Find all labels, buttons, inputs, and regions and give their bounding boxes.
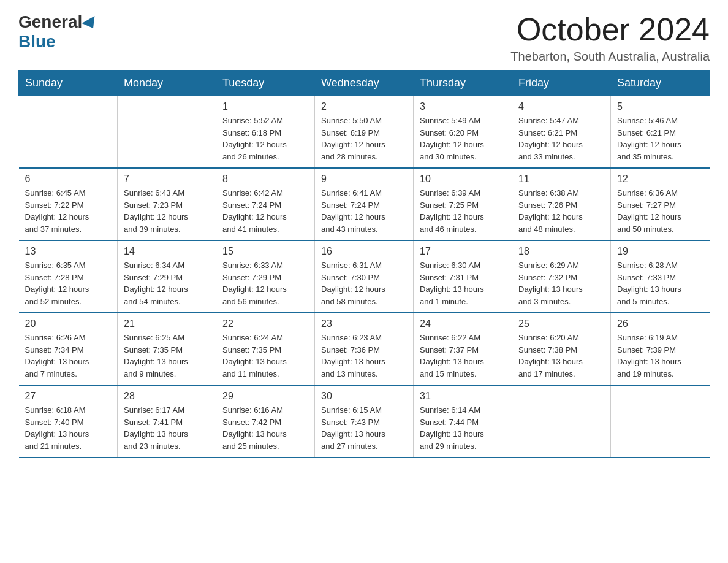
day-number: 5 [617,101,703,112]
weekday-header-row: SundayMondayTuesdayWednesdayThursdayFrid… [19,71,710,96]
calendar-cell: 20Sunrise: 6:26 AMSunset: 7:34 PMDayligh… [19,313,118,385]
day-info: Sunrise: 6:18 AMSunset: 7:40 PMDaylight:… [25,404,112,452]
day-info: Sunrise: 6:28 AMSunset: 7:33 PMDaylight:… [617,259,703,307]
day-info: Sunrise: 5:49 AMSunset: 6:20 PMDaylight:… [420,115,506,163]
day-number: 2 [321,101,407,112]
day-number: 15 [222,246,308,257]
day-number: 23 [321,318,407,329]
weekday-header-saturday: Saturday [611,71,710,96]
day-info: Sunrise: 6:23 AMSunset: 7:36 PMDaylight:… [321,332,407,380]
calendar-table: SundayMondayTuesdayWednesdayThursdayFrid… [18,70,710,458]
day-number: 9 [321,174,407,185]
day-number: 20 [25,318,112,329]
day-number: 21 [124,318,210,329]
calendar-cell: 4Sunrise: 5:47 AMSunset: 6:21 PMDaylight… [512,96,611,169]
calendar-cell [19,96,118,169]
title-section: October 2024 Thebarton, South Australia,… [510,12,710,64]
calendar-cell: 15Sunrise: 6:33 AMSunset: 7:29 PMDayligh… [216,240,315,313]
day-info: Sunrise: 6:34 AMSunset: 7:29 PMDaylight:… [124,259,210,307]
weekday-header-wednesday: Wednesday [315,71,414,96]
calendar-cell: 9Sunrise: 6:41 AMSunset: 7:24 PMDaylight… [315,168,414,240]
day-info: Sunrise: 6:30 AMSunset: 7:31 PMDaylight:… [420,259,506,307]
day-number: 19 [617,246,703,257]
calendar-cell: 31Sunrise: 6:14 AMSunset: 7:44 PMDayligh… [414,385,512,458]
logo-blue-text: Blue [18,32,56,51]
calendar-cell: 16Sunrise: 6:31 AMSunset: 7:30 PMDayligh… [315,240,414,313]
day-info: Sunrise: 6:29 AMSunset: 7:32 PMDaylight:… [518,259,604,307]
day-number: 8 [222,174,308,185]
calendar-cell: 3Sunrise: 5:49 AMSunset: 6:20 PMDaylight… [414,96,512,169]
day-info: Sunrise: 6:41 AMSunset: 7:24 PMDaylight:… [321,187,407,235]
day-info: Sunrise: 6:35 AMSunset: 7:28 PMDaylight:… [25,259,112,307]
day-number: 31 [420,391,506,402]
day-info: Sunrise: 5:47 AMSunset: 6:21 PMDaylight:… [518,115,604,163]
day-number: 12 [617,174,703,185]
calendar-cell: 5Sunrise: 5:46 AMSunset: 6:21 PMDaylight… [611,96,710,169]
calendar-cell: 2Sunrise: 5:50 AMSunset: 6:19 PMDaylight… [315,96,414,169]
day-info: Sunrise: 6:17 AMSunset: 7:41 PMDaylight:… [124,404,210,452]
day-number: 1 [222,101,308,112]
day-info: Sunrise: 6:25 AMSunset: 7:35 PMDaylight:… [124,332,210,380]
day-info: Sunrise: 6:39 AMSunset: 7:25 PMDaylight:… [420,187,506,235]
day-number: 13 [25,246,112,257]
calendar-cell: 12Sunrise: 6:36 AMSunset: 7:27 PMDayligh… [611,168,710,240]
logo: General Blue [18,12,99,52]
month-year-title: October 2024 [510,12,710,47]
day-info: Sunrise: 6:36 AMSunset: 7:27 PMDaylight:… [617,187,703,235]
calendar-cell: 19Sunrise: 6:28 AMSunset: 7:33 PMDayligh… [611,240,710,313]
day-number: 7 [124,174,210,185]
day-number: 4 [518,101,604,112]
location-subtitle: Thebarton, South Australia, Australia [510,50,710,64]
calendar-cell: 11Sunrise: 6:38 AMSunset: 7:26 PMDayligh… [512,168,611,240]
calendar-cell: 28Sunrise: 6:17 AMSunset: 7:41 PMDayligh… [118,385,216,458]
day-number: 24 [420,318,506,329]
day-info: Sunrise: 6:42 AMSunset: 7:24 PMDaylight:… [222,187,308,235]
day-info: Sunrise: 6:20 AMSunset: 7:38 PMDaylight:… [518,332,604,380]
day-info: Sunrise: 5:52 AMSunset: 6:18 PMDaylight:… [222,115,308,163]
day-number: 22 [222,318,308,329]
calendar-cell: 8Sunrise: 6:42 AMSunset: 7:24 PMDaylight… [216,168,315,240]
day-number: 29 [222,391,308,402]
calendar-cell: 22Sunrise: 6:24 AMSunset: 7:35 PMDayligh… [216,313,315,385]
day-info: Sunrise: 6:33 AMSunset: 7:29 PMDaylight:… [222,259,308,307]
day-info: Sunrise: 6:26 AMSunset: 7:34 PMDaylight:… [25,332,112,380]
day-number: 30 [321,391,407,402]
calendar-cell: 17Sunrise: 6:30 AMSunset: 7:31 PMDayligh… [414,240,512,313]
day-info: Sunrise: 6:22 AMSunset: 7:37 PMDaylight:… [420,332,506,380]
day-number: 16 [321,246,407,257]
logo-arrow-icon [82,16,100,32]
day-number: 10 [420,174,506,185]
week-row-1: 1Sunrise: 5:52 AMSunset: 6:18 PMDaylight… [19,96,710,169]
day-number: 11 [518,174,604,185]
calendar-cell [611,385,710,458]
page-header: General Blue October 2024 Thebarton, Sou… [18,12,710,64]
day-info: Sunrise: 6:38 AMSunset: 7:26 PMDaylight:… [518,187,604,235]
calendar-cell: 25Sunrise: 6:20 AMSunset: 7:38 PMDayligh… [512,313,611,385]
week-row-2: 6Sunrise: 6:45 AMSunset: 7:22 PMDaylight… [19,168,710,240]
day-info: Sunrise: 6:16 AMSunset: 7:42 PMDaylight:… [222,404,308,452]
day-info: Sunrise: 6:24 AMSunset: 7:35 PMDaylight:… [222,332,308,380]
week-row-4: 20Sunrise: 6:26 AMSunset: 7:34 PMDayligh… [19,313,710,385]
calendar-cell: 14Sunrise: 6:34 AMSunset: 7:29 PMDayligh… [118,240,216,313]
calendar-cell: 10Sunrise: 6:39 AMSunset: 7:25 PMDayligh… [414,168,512,240]
day-number: 3 [420,101,506,112]
day-number: 17 [420,246,506,257]
day-number: 26 [617,318,703,329]
calendar-cell: 27Sunrise: 6:18 AMSunset: 7:40 PMDayligh… [19,385,118,458]
day-number: 25 [518,318,604,329]
day-number: 6 [25,174,112,185]
calendar-cell [118,96,216,169]
weekday-header-thursday: Thursday [414,71,512,96]
day-number: 18 [518,246,604,257]
day-number: 14 [124,246,210,257]
calendar-cell: 1Sunrise: 5:52 AMSunset: 6:18 PMDaylight… [216,96,315,169]
calendar-cell: 6Sunrise: 6:45 AMSunset: 7:22 PMDaylight… [19,168,118,240]
day-info: Sunrise: 6:14 AMSunset: 7:44 PMDaylight:… [420,404,506,452]
day-info: Sunrise: 6:15 AMSunset: 7:43 PMDaylight:… [321,404,407,452]
day-info: Sunrise: 6:45 AMSunset: 7:22 PMDaylight:… [25,187,112,235]
week-row-3: 13Sunrise: 6:35 AMSunset: 7:28 PMDayligh… [19,240,710,313]
day-info: Sunrise: 6:31 AMSunset: 7:30 PMDaylight:… [321,259,407,307]
calendar-cell: 26Sunrise: 6:19 AMSunset: 7:39 PMDayligh… [611,313,710,385]
calendar-cell: 29Sunrise: 6:16 AMSunset: 7:42 PMDayligh… [216,385,315,458]
day-number: 27 [25,391,112,402]
